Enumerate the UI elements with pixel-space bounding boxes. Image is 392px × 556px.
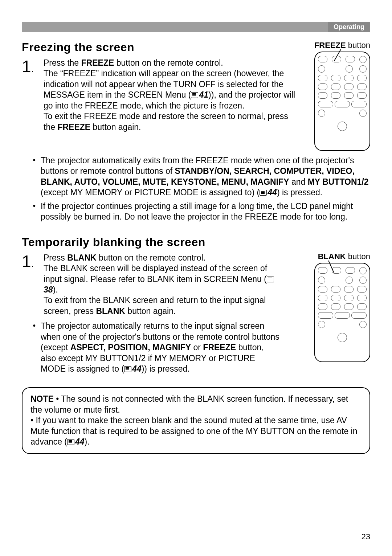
list-item: If the projector continues projecting a …: [33, 201, 370, 222]
list-item: The projector automatically returns to t…: [33, 321, 279, 374]
blank-bullets: The projector automatically returns to t…: [33, 321, 279, 374]
freeze-bullets: The projector automatically exits from t…: [33, 155, 370, 222]
note-label: NOTE: [30, 394, 54, 404]
freeze-button-label: FREEZE button: [305, 41, 370, 50]
manual-ref-icon: [260, 190, 267, 196]
list-item: The projector automatically exits from t…: [33, 155, 370, 198]
blank-remote-block: BLANK button: [305, 252, 370, 362]
step-number: 1.: [22, 253, 44, 269]
note-box: NOTE • The sound is not connected with t…: [22, 387, 370, 454]
step-number: 1.: [22, 58, 44, 74]
page-number: 23: [362, 532, 370, 541]
header-bar: Operating: [22, 22, 370, 32]
manual-ref-icon: [67, 439, 74, 445]
freeze-step-1: 1. Press the FREEZE button on the remote…: [22, 58, 298, 132]
manual-ref-icon: [191, 92, 198, 98]
blank-button-label: BLANK button: [305, 252, 370, 261]
section-label: Operating: [328, 22, 370, 32]
blank-heading: Temporarily blanking the screen: [22, 236, 370, 249]
blank-step-1: 1. Press BLANK button on the remote cont…: [22, 253, 298, 317]
freeze-remote-block: FREEZE button: [305, 41, 370, 151]
remote-illustration: [314, 263, 370, 362]
remote-illustration: [314, 52, 370, 151]
manual-ref-icon: [124, 366, 131, 372]
manual-ref-icon: [267, 277, 274, 282]
